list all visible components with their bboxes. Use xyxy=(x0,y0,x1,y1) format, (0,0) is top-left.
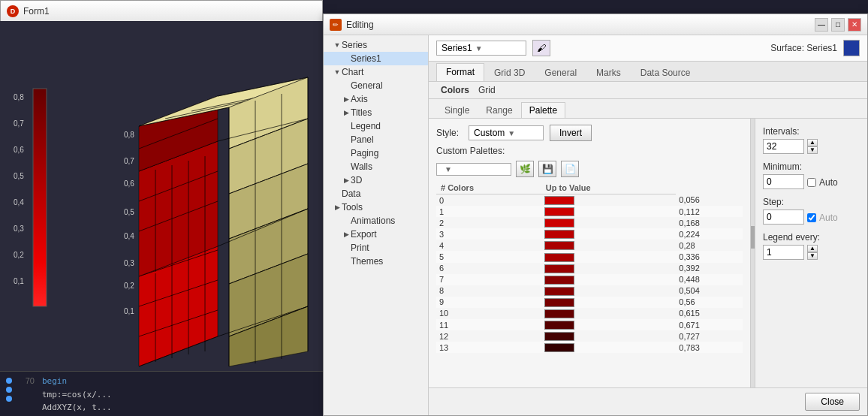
tree-item-3d[interactable]: ▶ 3D xyxy=(324,173,428,187)
table-row[interactable]: 12 0,727 xyxy=(436,330,743,342)
style-dropdown[interactable]: Custom ▼ xyxy=(469,125,544,140)
tree-item-export[interactable]: ▶ Export xyxy=(324,228,428,241)
tree-item-data[interactable]: Data xyxy=(324,187,428,200)
tree-item-tools[interactable]: ▶ Tools xyxy=(324,200,428,214)
color-index: 12 xyxy=(436,330,541,342)
tree-item-series1[interactable]: Series1 xyxy=(324,52,428,65)
code-dot-2 xyxy=(6,387,12,393)
tree-item-titles[interactable]: ▶ Titles xyxy=(324,106,428,119)
table-row[interactable]: 4 0,28 xyxy=(436,240,743,251)
intervals-up[interactable]: ▲ xyxy=(807,139,818,146)
tree-item-series[interactable]: ▼ Series xyxy=(324,38,428,52)
tree-item-chart[interactable]: ▼ Chart xyxy=(324,65,428,79)
tab-marks[interactable]: Marks xyxy=(586,64,631,81)
legend-every-input[interactable] xyxy=(763,245,804,260)
dialog-controls: — □ ✕ xyxy=(815,18,861,32)
tree-item-axis[interactable]: ▶ Axis xyxy=(324,92,428,106)
tree-item-legend[interactable]: Legend xyxy=(324,119,428,133)
color-swatch xyxy=(544,219,574,228)
color-value: 0,392 xyxy=(676,263,743,274)
color-index: 9 xyxy=(436,297,541,308)
palette-select-dropdown[interactable]: ▼ xyxy=(436,163,511,176)
palette-scrollbar[interactable] xyxy=(750,119,755,387)
color-value: 0,224 xyxy=(676,228,743,240)
series-dropdown[interactable]: Series1 ▼ xyxy=(436,41,526,56)
table-row[interactable]: 0 0,056 xyxy=(436,194,743,206)
custom-palettes-label: Custom Palettes: xyxy=(436,146,505,156)
tab-datasource[interactable]: Data Source xyxy=(631,64,701,81)
svg-text:0,3: 0,3 xyxy=(14,225,24,233)
tab-range[interactable]: Range xyxy=(478,102,520,118)
surface-color-box[interactable] xyxy=(843,40,860,56)
tab-palette[interactable]: Palette xyxy=(521,102,565,118)
table-row[interactable]: 5 0,336 xyxy=(436,251,743,262)
table-row[interactable]: 13 0,783 xyxy=(436,342,743,353)
tab-grid3d[interactable]: Grid 3D xyxy=(484,64,535,81)
table-row[interactable]: 9 0,56 xyxy=(436,297,743,308)
tree-item-general[interactable]: General xyxy=(324,79,428,92)
series-dropdown-arrow: ▼ xyxy=(475,44,483,53)
dialog-title-left: ✏ Editing xyxy=(330,19,374,31)
series-icon-btn[interactable]: 🖌 xyxy=(532,40,550,56)
intervals-field: Intervals: ▲ ▼ xyxy=(763,126,860,154)
invert-button[interactable]: Invert xyxy=(550,125,592,141)
export-palette-btn[interactable]: 📄 xyxy=(561,161,579,177)
color-value: 0,336 xyxy=(676,251,743,262)
step-input[interactable] xyxy=(763,210,804,225)
svg-text:0,2: 0,2 xyxy=(124,282,134,290)
style-dropdown-arrow: ▼ xyxy=(508,129,515,137)
table-row[interactable]: 2 0,168 xyxy=(436,217,743,228)
svg-text:0,4: 0,4 xyxy=(124,232,134,240)
svg-text:0,8: 0,8 xyxy=(124,131,134,139)
table-row[interactable]: 10 0,615 xyxy=(436,308,743,319)
color-value: 0,615 xyxy=(676,308,743,319)
tree-item-paging[interactable]: Paging xyxy=(324,146,428,160)
intervals-down[interactable]: ▼ xyxy=(807,146,818,154)
editing-dialog: ✏ Editing — □ ✕ ▼ Series Series1 ▼ Chart xyxy=(323,14,868,416)
color-index: 4 xyxy=(436,240,541,251)
palette-controls: Style: Custom ▼ Invert Custom Palettes: xyxy=(429,119,750,387)
step-auto-checkbox[interactable] xyxy=(807,213,816,222)
palette-scroll-thumb xyxy=(751,226,755,249)
tab-general[interactable]: General xyxy=(535,64,586,81)
svg-text:0,7: 0,7 xyxy=(124,157,134,165)
color-swatch xyxy=(544,253,574,262)
intervals-input[interactable] xyxy=(763,139,804,154)
maximize-button[interactable]: □ xyxy=(831,18,845,32)
chart-svg: 0,8 0,7 0,6 0,5 0,4 0,3 0,2 0,1 0,8 0,7 … xyxy=(0,21,323,383)
table-row[interactable]: 11 0,671 xyxy=(436,319,743,330)
close-title-button[interactable]: ✕ xyxy=(848,18,861,32)
table-row[interactable]: 7 0,448 xyxy=(436,274,743,285)
close-dialog-button[interactable]: Close xyxy=(805,393,860,411)
legend-every-down[interactable]: ▼ xyxy=(807,252,818,260)
main-tab-bar: Format Grid 3D General Marks Data Source xyxy=(429,62,867,82)
color-index: 0 xyxy=(436,194,541,206)
tab-format[interactable]: Format xyxy=(436,63,484,81)
color-value: 0,056 xyxy=(676,194,743,206)
table-row[interactable]: 6 0,392 xyxy=(436,263,743,274)
table-row[interactable]: 8 0,504 xyxy=(436,285,743,297)
tree-item-print[interactable]: Print xyxy=(324,241,428,255)
tree-item-panel[interactable]: Panel xyxy=(324,133,428,146)
tab-single[interactable]: Single xyxy=(436,102,478,118)
svg-text:0,6: 0,6 xyxy=(14,146,24,154)
dialog-body: ▼ Series Series1 ▼ Chart General ▶ Axis … xyxy=(324,35,867,415)
new-palette-btn[interactable]: 🌿 xyxy=(516,161,534,177)
minimum-input[interactable] xyxy=(763,174,804,189)
tree-item-walls[interactable]: Walls xyxy=(324,160,428,173)
code-area: 70 begin tmp:=cos(x/... AddXYZ(x, t... e… xyxy=(0,371,323,416)
color-index: 10 xyxy=(436,308,541,319)
tree-item-animations[interactable]: Animations xyxy=(324,214,428,228)
svg-text:0,1: 0,1 xyxy=(14,277,24,285)
table-row[interactable]: 3 0,224 xyxy=(436,228,743,240)
code-dots xyxy=(6,375,12,402)
series-expander: ▼ xyxy=(333,41,342,49)
svg-text:0,1: 0,1 xyxy=(124,307,134,315)
table-row[interactable]: 1 0,112 xyxy=(436,206,743,217)
minimum-auto-checkbox[interactable] xyxy=(807,178,816,187)
minimize-button[interactable]: — xyxy=(815,18,828,32)
code-text: begin tmp:=cos(x/... AddXYZ(x, t... end: xyxy=(42,375,112,416)
tree-item-themes[interactable]: Themes xyxy=(324,255,428,268)
legend-every-up[interactable]: ▲ xyxy=(807,245,818,252)
save-palette-btn[interactable]: 💾 xyxy=(538,161,556,177)
